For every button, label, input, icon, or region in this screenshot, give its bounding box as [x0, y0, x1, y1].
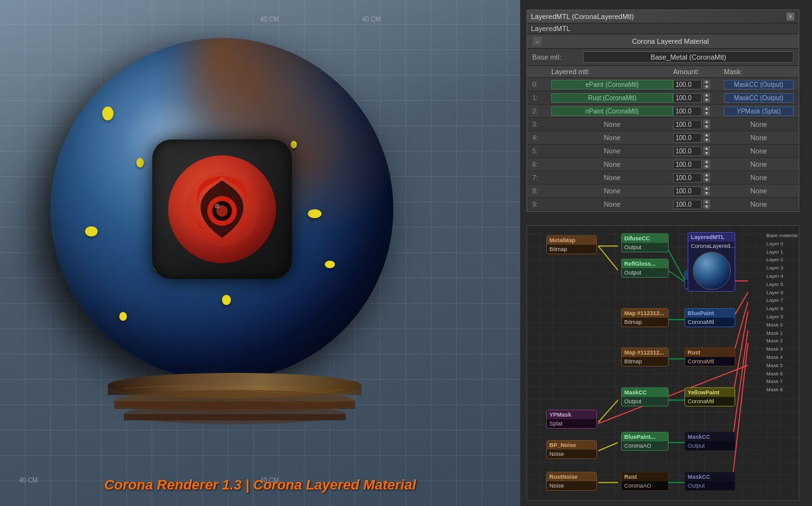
layer-amount-down-7[interactable]: ▼: [703, 178, 710, 183]
node-maskcc3-body: Output: [685, 481, 735, 490]
layer-amount-input-0[interactable]: [673, 80, 702, 89]
layer-amount-down-4[interactable]: ▼: [703, 138, 710, 143]
corona-logo-svg: [181, 168, 263, 250]
layer-amount-spinner-7: ▲ ▼: [703, 172, 710, 183]
layer-row-2: 2:nPaint (CoronaMtl) ▲ ▼ YPMask (Splat): [527, 105, 799, 118]
node-rustao[interactable]: Rust CoronaAO: [621, 472, 669, 491]
layer-amount-up-3[interactable]: ▲: [703, 119, 710, 124]
layer-amount-spinner-2: ▲ ▼: [703, 106, 710, 116]
layer-amount-down-2[interactable]: ▼: [703, 111, 710, 116]
layer-amount-up-7[interactable]: ▲: [703, 172, 710, 178]
layer-amount-down-9[interactable]: ▼: [703, 204, 710, 209]
node-metalmap[interactable]: MetalMap Bitmap: [546, 235, 597, 254]
node-bluepaintao[interactable]: BluePaint... CoronaAO: [621, 432, 669, 451]
base-mtl-value[interactable]: Base_Metal (CoronaMtl): [583, 51, 794, 63]
minus-button[interactable]: -: [532, 36, 542, 46]
node-layeredmtl-body: CoronaLayered...: [688, 242, 735, 250]
layer-mtl-btn-2[interactable]: nPaint (CoronaMtl): [551, 107, 673, 116]
layer-amount-up-8[interactable]: ▲: [703, 186, 710, 191]
layer-amount-input-4[interactable]: [673, 133, 702, 143]
layer-num-0: 0:: [532, 81, 551, 88]
layer-mask-btn-0[interactable]: MaskCC (Output): [724, 80, 794, 89]
node-difuscc[interactable]: DifuseCC Output: [621, 233, 669, 252]
layer-mtl-btn-0[interactable]: ePaint (CoronaMtl): [551, 80, 673, 89]
layer-amount-down-3[interactable]: ▼: [703, 124, 710, 129]
layer-amount-spinner-0: ▲ ▼: [703, 79, 710, 89]
paint-splat: [119, 312, 127, 321]
conn-label-layer1: Layer 1: [766, 249, 797, 257]
layer-amount-input-5[interactable]: [673, 146, 702, 156]
layer-num-5: 5:: [532, 147, 551, 155]
node-rust-body: CoronaMtl: [685, 357, 735, 366]
layer-amount-down-1[interactable]: ▼: [703, 98, 710, 103]
layer-amount-input-2[interactable]: [673, 107, 702, 116]
layer-amount-3: ▲ ▼: [673, 119, 724, 129]
layer-amount-up-4[interactable]: ▲: [703, 133, 710, 138]
layer-amount-down-8[interactable]: ▼: [703, 191, 710, 196]
layer-mask-6: None: [724, 160, 794, 168]
layer-amount-up-5[interactable]: ▲: [703, 146, 710, 151]
layer-amount-input-7[interactable]: [673, 173, 702, 183]
node-maskcc1-header: MaskCC: [622, 388, 668, 397]
window-close-button[interactable]: ×: [786, 12, 795, 21]
node-reflgloss[interactable]: ReflGloss... Output: [621, 259, 669, 278]
node-metalmap-header: MetalMap: [547, 236, 596, 245]
conn-label-mask3: Mask 3: [766, 346, 797, 354]
material-editor-window: LayeredMTL (CoronaLayeredMtl) × LayeredM…: [527, 10, 799, 212]
node-yellowpaint[interactable]: YellowPaint CoronaMtl: [684, 387, 735, 406]
layer-amount-input-3[interactable]: [673, 120, 702, 129]
layer-mask-5: None: [724, 147, 794, 155]
layer-amount-down-5[interactable]: ▼: [703, 151, 710, 156]
node-bp-noise-body: Noise: [547, 450, 596, 458]
layer-amount-down-6[interactable]: ▼: [703, 164, 710, 169]
col-amount: Amount:: [673, 68, 724, 75]
node-yellowpaint-header: YellowPaint: [685, 388, 735, 397]
node-rust[interactable]: Rust CoronaMtl: [684, 347, 735, 367]
layer-amount-input-8[interactable]: [673, 186, 702, 196]
conn-label-layer9: Layer 9: [766, 313, 797, 321]
layer-amount-up-6[interactable]: ▲: [703, 159, 710, 164]
conn-label-layer7: Layer 7: [766, 297, 797, 305]
layer-amount-4: ▲ ▼: [673, 133, 724, 143]
grid-label-right-top: 40 CM: [362, 16, 381, 23]
layer-amount-input-9[interactable]: [673, 200, 702, 209]
layer-mask-3: None: [724, 120, 794, 128]
node-rustnoise[interactable]: RustNoise Noise: [546, 472, 597, 491]
conn-label-mask5: Mask 5: [766, 362, 797, 370]
node-bp-noise[interactable]: BP_Noise Noise: [546, 440, 597, 459]
conn-label-layer3: Layer 3: [766, 264, 797, 273]
layer-amount-spinner-3: ▲ ▼: [703, 119, 710, 129]
layer-amount-9: ▲ ▼: [673, 199, 724, 209]
layer-row-3: 3:None ▲ ▼ None: [527, 118, 799, 131]
window-title: LayeredMTL (CoronaLayeredMtl): [531, 13, 634, 20]
layer-mask-btn-1[interactable]: MaskCC (Output): [724, 93, 794, 103]
layer-amount-input-6[interactable]: [673, 160, 702, 169]
svg-line-26: [732, 330, 748, 443]
window-titlebar: LayeredMTL (CoronaLayeredMtl) ×: [527, 10, 799, 23]
conn-label-layer4: Layer 4: [766, 273, 797, 281]
layer-amount-up-1[interactable]: ▲: [703, 93, 710, 98]
node-maskcc2-header: MaskCC: [685, 432, 735, 441]
node-bluepaint[interactable]: BluePaint CoronaMtl: [684, 308, 735, 327]
layer-amount-down-0[interactable]: ▼: [703, 84, 710, 89]
layer-mask-btn-2[interactable]: YPMask (Splat): [724, 107, 794, 116]
paint-splat: [102, 107, 114, 120]
node-maskcc1[interactable]: MaskCC Output: [621, 387, 669, 406]
node-maskcc2[interactable]: MaskCC Output: [684, 432, 735, 451]
layer-amount-up-2[interactable]: ▲: [703, 106, 710, 111]
node-ypmask[interactable]: YPMask Splat: [546, 410, 597, 429]
layer-row-4: 4:None ▲ ▼ None: [527, 131, 799, 145]
grid-label-top: 40 CM: [260, 16, 278, 23]
node-map2[interactable]: Map #112312... Bitmap: [621, 347, 669, 367]
node-maskcc3[interactable]: MaskCC Output: [684, 472, 735, 491]
layer-mtl-7: None: [551, 174, 673, 181]
layer-amount-up-0[interactable]: ▲: [703, 79, 710, 84]
node-layeredmtl[interactable]: LayeredMTL CoronaLayered...: [688, 232, 735, 292]
layer-amount-input-1[interactable]: [673, 93, 702, 103]
node-bluepaint-header: BluePaint: [685, 309, 735, 318]
layer-amount-up-9[interactable]: ▲: [703, 199, 710, 204]
layer-mtl-btn-1[interactable]: Rust (CoronaMtl): [551, 93, 673, 103]
node-rust-header: Rust: [685, 348, 735, 357]
node-map1[interactable]: Map #112312... Bitmap: [621, 308, 669, 327]
node-graph[interactable]: MetalMap Bitmap DifuseCC Output ReflGlos…: [527, 225, 799, 501]
